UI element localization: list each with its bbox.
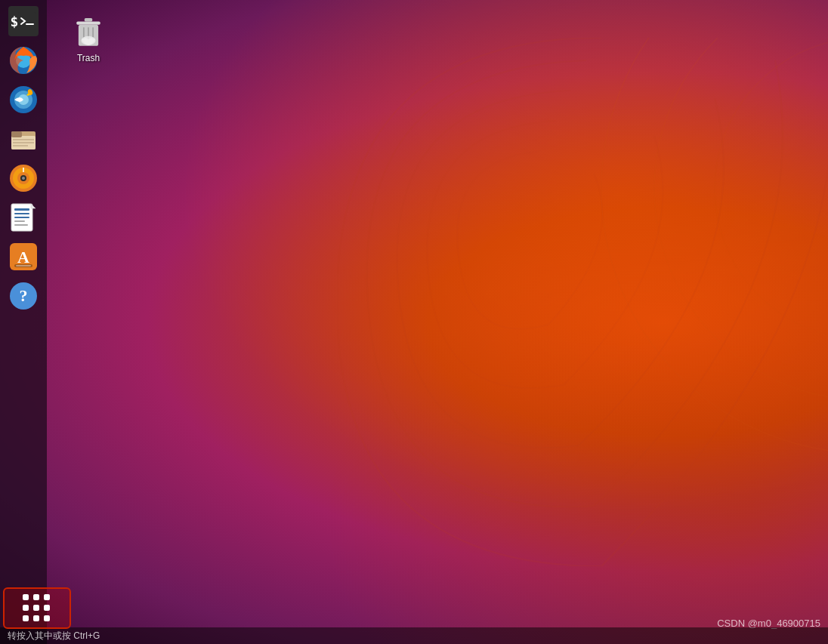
svg-rect-32 — [16, 265, 31, 267]
rhythmbox-icon — [8, 163, 39, 193]
desktop — [0, 0, 828, 644]
sidebar-item-software[interactable]: A — [5, 239, 42, 275]
svg-rect-28 — [14, 224, 28, 226]
ubuntu-swirl-decoration — [337, 38, 828, 566]
show-applications-button[interactable] — [3, 587, 71, 629]
svg-rect-15 — [13, 142, 34, 143]
software-center-icon: A — [8, 242, 39, 272]
sidebar-item-firefox[interactable] — [5, 42, 42, 79]
grid-dot — [23, 615, 29, 621]
hint-text: 转按入其中或按 Ctrl+G — [8, 630, 100, 642]
svg-rect-36 — [76, 21, 100, 24]
sidebar-item-writer[interactable] — [5, 199, 42, 236]
sidebar-item-rhythmbox[interactable] — [5, 160, 42, 196]
sidebar-item-files[interactable] — [5, 121, 42, 157]
sidebar-item-thunderbird[interactable] — [5, 82, 42, 118]
writer-icon — [8, 202, 39, 233]
svg-point-21 — [22, 177, 25, 180]
svg-point-1 — [654, 38, 828, 400]
svg-rect-14 — [13, 139, 34, 140]
svg-rect-3 — [18, 12, 36, 30]
terminal-icon — [8, 6, 39, 36]
svg-point-2 — [715, 38, 828, 340]
grid-dot — [23, 605, 29, 611]
svg-rect-24 — [14, 208, 29, 211]
grid-dot — [44, 615, 50, 621]
svg-text:A: A — [17, 248, 29, 267]
svg-text:?: ? — [20, 286, 28, 305]
sidebar-item-help[interactable]: ? — [5, 278, 42, 314]
trash-svg — [73, 18, 104, 50]
files-icon — [8, 124, 39, 154]
svg-rect-22 — [23, 168, 24, 172]
sidebar-dock: A ? — [0, 0, 47, 644]
sidebar-item-terminal[interactable] — [5, 3, 42, 39]
grid-dot — [23, 594, 29, 600]
svg-rect-26 — [14, 217, 29, 218]
grid-dot — [33, 615, 39, 621]
grid-dot — [44, 594, 50, 600]
svg-rect-16 — [13, 145, 28, 146]
terminal-svg — [18, 12, 36, 30]
svg-rect-35 — [85, 18, 93, 21]
trash-desktop-icon[interactable]: Trash — [72, 15, 105, 66]
grid-dot — [44, 605, 50, 611]
grid-dot — [33, 594, 39, 600]
thunderbird-icon — [8, 85, 39, 115]
bottom-hint-bar: 转按入其中或按 Ctrl+G — [0, 627, 828, 644]
svg-point-0 — [601, 38, 828, 453]
trash-label: Trash — [77, 53, 100, 63]
firefox-icon — [8, 45, 39, 75]
trash-can-graphic — [75, 18, 102, 50]
svg-rect-27 — [14, 220, 25, 222]
svg-rect-25 — [14, 213, 29, 214]
grid-dot — [33, 605, 39, 611]
svg-rect-13 — [11, 131, 22, 137]
grid-dots-icon — [23, 594, 51, 623]
help-icon: ? — [8, 281, 39, 311]
